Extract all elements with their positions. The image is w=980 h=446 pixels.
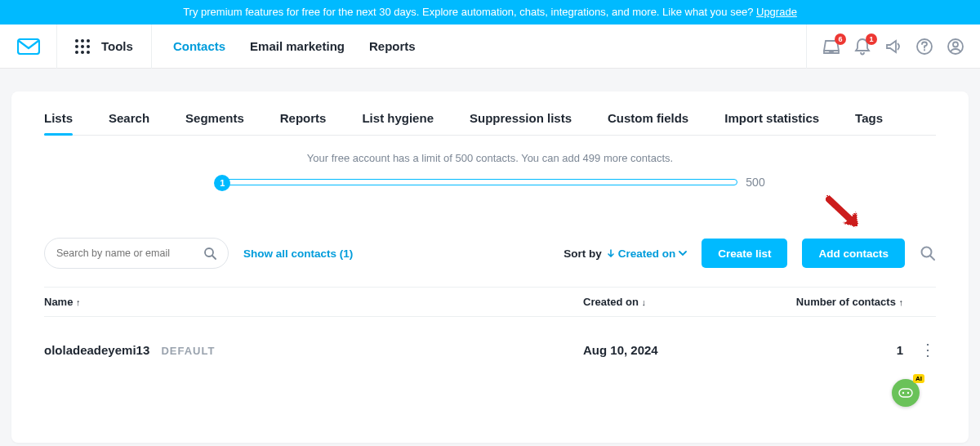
create-list-button[interactable]: Create list (702, 239, 787, 268)
show-all-contacts[interactable]: Show all contacts (1) (243, 248, 353, 260)
app-header: Tools Contacts Email marketing Reports 6… (0, 25, 980, 69)
contacts-progress: 1 500 (44, 176, 936, 189)
sort-by: Sort by Created on (564, 248, 687, 260)
row-more-menu[interactable]: ⋮ (903, 340, 936, 359)
list-name: ololadeadeyemi13 (44, 343, 149, 357)
progress-bar: 1 (215, 179, 737, 185)
help-icon[interactable] (915, 37, 934, 56)
tools-menu[interactable]: Tools (57, 25, 152, 69)
sort-label: Sort by (564, 248, 602, 260)
megaphone-icon[interactable] (884, 37, 903, 56)
search-icon (203, 247, 216, 260)
search-box[interactable] (44, 238, 229, 269)
col-name[interactable]: Name ↑ (44, 296, 583, 308)
svg-point-5 (922, 248, 932, 257)
inbox-icon[interactable]: 6 (822, 37, 841, 56)
chevron-down-icon (679, 250, 687, 256)
promo-bar: Try premium features for free for the ne… (0, 0, 980, 25)
ai-label: AI (913, 374, 924, 383)
created-on: Aug 10, 2024 (583, 343, 755, 357)
actions-row: Show all contacts (1) Sort by Created on… (44, 238, 936, 269)
search-input[interactable] (56, 248, 203, 259)
search-icon-right[interactable] (920, 245, 936, 261)
nav-reports[interactable]: Reports (369, 39, 416, 53)
tab-import-stats[interactable]: Import statistics (724, 111, 819, 135)
envelope-icon (17, 38, 40, 55)
top-nav: Contacts Email marketing Reports (152, 39, 416, 53)
table-row[interactable]: ololadeadeyemi13 DEFAULT Aug 10, 2024 1 … (44, 317, 936, 368)
svg-point-7 (902, 392, 904, 394)
upgrade-link[interactable]: Upgrade (756, 6, 797, 18)
tab-search[interactable]: Search (109, 111, 149, 135)
tab-segments[interactable]: Segments (185, 111, 244, 135)
col-count[interactable]: Number of contacts ↑ (755, 296, 903, 308)
brand-logo[interactable] (0, 25, 57, 69)
table-header: Name ↑ Created on ↓ Number of contacts ↑ (44, 287, 936, 317)
nav-contacts[interactable]: Contacts (173, 39, 225, 53)
sort-down-icon: ↓ (642, 297, 647, 307)
bell-icon[interactable]: 1 (853, 37, 872, 56)
col-created[interactable]: Created on ↓ (583, 296, 755, 308)
tools-label: Tools (101, 39, 133, 53)
add-contacts-button[interactable]: Add contacts (802, 239, 905, 268)
sub-tabs: Lists Search Segments Reports List hygie… (44, 111, 936, 136)
account-icon[interactable] (946, 37, 965, 56)
annotation-arrow-icon (822, 192, 867, 239)
progress-current: 1 (214, 175, 230, 191)
sort-up-icon: ↑ (76, 297, 81, 307)
svg-point-3 (953, 42, 958, 47)
tab-custom-fields[interactable]: Custom fields (608, 111, 688, 135)
bell-badge: 1 (866, 33, 877, 45)
tab-list-hygiene[interactable]: List hygiene (362, 111, 434, 135)
tab-suppression[interactable]: Suppression lists (470, 111, 572, 135)
sort-dropdown[interactable]: Created on (607, 248, 688, 260)
contact-count: 1 (755, 343, 903, 357)
apps-grid-icon (75, 39, 90, 54)
nav-email-marketing[interactable]: Email marketing (250, 39, 345, 53)
sort-direction-icon (607, 249, 615, 257)
svg-point-8 (907, 392, 909, 394)
default-badge: DEFAULT (161, 345, 215, 357)
promo-text: Try premium features for free for the ne… (183, 6, 756, 18)
tab-lists[interactable]: Lists (44, 111, 73, 135)
svg-rect-6 (899, 389, 912, 397)
inbox-badge: 6 (835, 33, 846, 45)
main-panel: Lists Search Segments Reports List hygie… (11, 91, 969, 443)
limit-text: Your free account has a limit of 500 con… (44, 152, 936, 164)
sort-value: Created on (618, 248, 676, 260)
header-right: 6 1 (806, 25, 965, 69)
svg-rect-0 (18, 39, 39, 54)
robot-icon (898, 387, 914, 399)
tab-tags[interactable]: Tags (855, 111, 883, 135)
progress-max: 500 (746, 176, 764, 189)
ai-assistant-button[interactable]: AI (892, 379, 920, 407)
tab-reports[interactable]: Reports (280, 111, 327, 135)
